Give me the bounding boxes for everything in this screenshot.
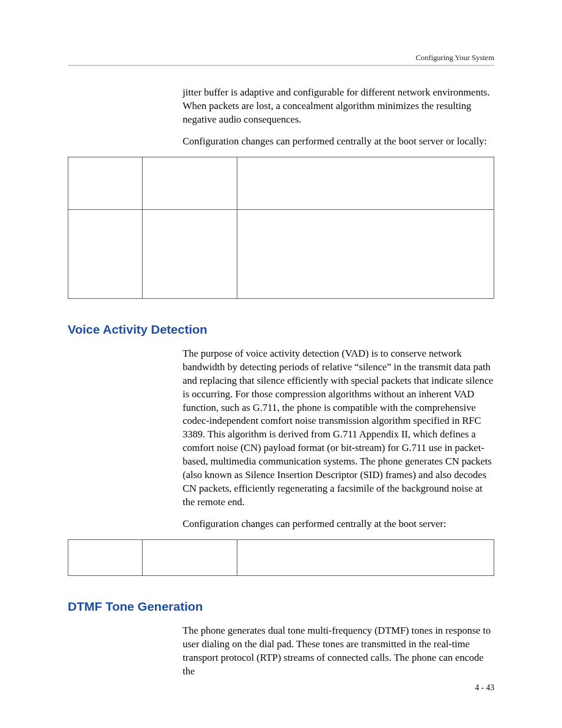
intro-block: jitter buffer is adaptive and configurab… — [183, 86, 494, 149]
table-row — [68, 539, 494, 575]
table-cell — [143, 539, 237, 575]
page: Configuring Your System jitter buffer is… — [0, 0, 562, 728]
config-table-2 — [68, 539, 494, 576]
vad-paragraph-2: Configuration changes can performed cent… — [183, 518, 494, 531]
intro-paragraph-1: jitter buffer is adaptive and configurab… — [183, 86, 494, 127]
table-row — [68, 157, 494, 209]
dtmf-paragraph-1: The phone generates dual tone multi-freq… — [183, 624, 494, 678]
running-head: Configuring Your System — [68, 53, 494, 62]
page-number: 4 - 43 — [475, 683, 494, 693]
dtmf-block: The phone generates dual tone multi-freq… — [183, 624, 494, 678]
table-cell — [237, 209, 494, 298]
intro-paragraph-2: Configuration changes can performed cent… — [183, 135, 494, 149]
table-row — [68, 209, 494, 298]
table-cell — [143, 157, 237, 209]
table-cell — [143, 209, 237, 298]
header-rule — [68, 65, 494, 66]
section-heading-dtmf: DTMF Tone Generation — [68, 599, 494, 614]
table-cell — [237, 539, 494, 575]
table-cell — [68, 157, 143, 209]
table-cell — [68, 209, 143, 298]
config-table-1 — [68, 157, 494, 299]
section-heading-vad: Voice Activity Detection — [68, 322, 494, 337]
table-cell — [237, 157, 494, 209]
table-cell — [68, 539, 143, 575]
vad-block: The purpose of voice activity detection … — [183, 347, 494, 531]
vad-paragraph-1: The purpose of voice activity detection … — [183, 347, 494, 509]
